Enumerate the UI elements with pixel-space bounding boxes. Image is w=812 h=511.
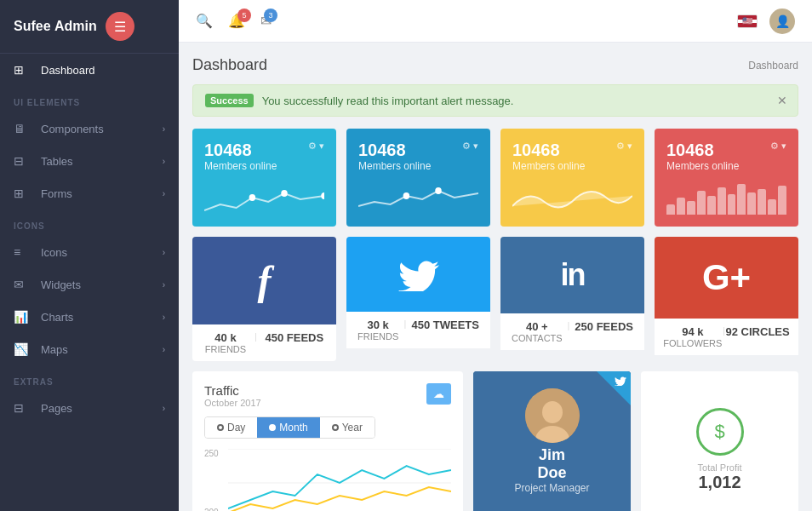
traffic-chart <box>228 449 451 511</box>
language-flag[interactable]: 🇺🇸 <box>737 14 758 28</box>
notification-badge: 5 <box>237 9 251 22</box>
sidebar-section-extras: EXTRAS <box>0 365 179 392</box>
twitter-icon-area <box>346 237 490 312</box>
sparkline-chart <box>358 181 478 215</box>
profile-name-line1: Jim <box>482 446 622 464</box>
profile-card: Jim Doe Project Manager <box>473 371 631 511</box>
sidebar-item-maps[interactable]: 📉 Maps › <box>0 333 179 365</box>
li-contacts-label: CONTACTS <box>512 333 563 343</box>
twitter-card: 30 k FRIENDS | 450 TWEETS <box>346 237 490 361</box>
close-icon[interactable]: ✕ <box>777 94 787 107</box>
tw-friends-val: 30 k <box>357 319 398 331</box>
stat-number: 10468 <box>512 141 585 160</box>
sidebar-item-label: Icons <box>41 246 67 259</box>
charts-icon: 📊 <box>14 310 32 324</box>
facebook-stats: 40 k FRIENDS | 450 FEEDS <box>192 324 336 361</box>
svg-point-2 <box>321 192 324 199</box>
tab-month[interactable]: Month <box>257 417 319 438</box>
chart-y-axis: 250 200 <box>204 449 219 511</box>
sidebar-item-label: Maps <box>41 343 68 356</box>
sidebar-item-pages[interactable]: ⊟ Pages › <box>0 392 179 424</box>
notifications-icon[interactable]: 🔔 5 <box>228 13 245 29</box>
svg-point-4 <box>435 187 442 194</box>
linkedin-icon-area: in <box>500 237 644 313</box>
sidebar-item-forms[interactable]: ⊞ Forms › <box>0 177 179 210</box>
chevron-right-icon: › <box>163 124 165 134</box>
gp-circles-val: 92 CIRCLES <box>726 325 790 338</box>
sidebar-item-label: Pages <box>41 402 72 415</box>
content-area: Dashboard Dashboard Success You successf… <box>179 43 812 511</box>
traffic-header: Traffic October 2017 ☁ <box>204 383 451 408</box>
sidebar-item-widgets[interactable]: ✉ Widgets › <box>0 268 179 301</box>
stat-card-members-blue: 10468 Members online ⚙ ▾ <box>346 129 490 227</box>
message-badge: 3 <box>264 9 277 22</box>
googleplus-card: G+ 94 k FOLLOWERS | 92 CIRCLES <box>655 237 798 361</box>
bottom-row: Traffic October 2017 ☁ Day Month <box>192 371 798 511</box>
settings-icon[interactable]: ⚙ ▾ <box>308 141 324 152</box>
li-contacts-val: 40 + <box>512 320 563 333</box>
twitter-stats: 30 k FRIENDS | 450 TWEETS <box>346 312 490 348</box>
stat-number: 10468 <box>666 141 739 160</box>
breadcrumb: Dashboard <box>748 60 798 72</box>
chevron-right-icon: › <box>163 404 165 413</box>
linkedin-card: in 40 + CONTACTS | 250 FEEDS <box>500 237 644 361</box>
gp-followers-val: 94 k <box>663 325 722 338</box>
sidebar-section-ui: UI ELEMENTS <box>0 86 179 112</box>
cloud-button[interactable]: ☁ <box>426 383 451 405</box>
messages-icon[interactable]: ✉ 3 <box>260 13 272 29</box>
tab-year[interactable]: Year <box>320 417 375 438</box>
fb-feeds-val: 450 FEEDS <box>265 331 323 344</box>
fb-friends-label: FRIENDS <box>205 344 246 354</box>
fb-friends-val: 40 k <box>205 331 246 344</box>
traffic-subtitle: October 2017 <box>204 398 261 408</box>
chevron-right-icon: › <box>163 157 165 166</box>
profile-name-line2: Doe <box>482 464 622 482</box>
facebook-icon: f <box>258 257 272 304</box>
sidebar-item-label: Widgets <box>41 278 81 291</box>
search-icon[interactable]: 🔍 <box>196 13 213 29</box>
page-title: Dashboard <box>192 56 267 74</box>
tab-day[interactable]: Day <box>205 417 257 438</box>
sidebar-item-components[interactable]: 🖥 Components › <box>0 112 179 145</box>
linkedin-stats: 40 + CONTACTS | 250 FEEDS <box>500 313 644 350</box>
tw-tweets-val: 450 TWEETS <box>411 319 478 331</box>
sidebar-item-icons[interactable]: ≡ Icons › <box>0 236 179 268</box>
sidebar-item-tables[interactable]: ⊟ Tables › <box>0 145 179 177</box>
svg-point-3 <box>403 192 410 199</box>
li-feeds-val: 250 FEEDS <box>575 320 633 333</box>
profit-circle: $ <box>696 408 744 456</box>
components-icon: 🖥 <box>14 122 32 135</box>
alert-text: You successfully read this important ale… <box>262 95 514 107</box>
stat-label: Members online <box>204 160 277 172</box>
traffic-title: Traffic <box>204 383 261 398</box>
pages-icon: ⊟ <box>14 401 32 415</box>
widgets-icon: ✉ <box>14 278 32 291</box>
profit-card: $ Total Profit 1,012 <box>641 371 798 511</box>
y-label-top: 250 <box>204 449 219 458</box>
svg-point-0 <box>249 194 256 201</box>
stat-label: Members online <box>666 160 739 172</box>
settings-icon[interactable]: ⚙ ▾ <box>616 141 632 152</box>
settings-icon[interactable]: ⚙ ▾ <box>462 141 478 152</box>
bar-chart <box>666 181 786 215</box>
sidebar-logo-icon: ☰ <box>106 12 134 41</box>
chevron-right-icon: › <box>163 280 165 290</box>
sidebar-item-dashboard[interactable]: ⊞ Dashboard <box>0 54 179 86</box>
profile-info: Jim Doe Project Manager <box>473 443 631 502</box>
main-area: 🔍 🔔 5 ✉ 3 🇺🇸 👤 Dashboard Dashboard Succe… <box>179 0 812 511</box>
sidebar-item-charts[interactable]: 📊 Charts › <box>0 301 179 333</box>
traffic-tabs: Day Month Year <box>204 416 375 439</box>
stat-number: 10468 <box>358 141 431 160</box>
y-label-mid: 200 <box>204 508 219 511</box>
chevron-right-icon: › <box>163 248 165 257</box>
sparkline-chart <box>204 181 324 215</box>
user-avatar[interactable]: 👤 <box>769 9 795 34</box>
topbar: 🔍 🔔 5 ✉ 3 🇺🇸 👤 <box>179 0 812 43</box>
tw-friends-label: FRIENDS <box>357 331 398 342</box>
sidebar-item-label: Tables <box>41 155 73 168</box>
sidebar-item-label: Forms <box>41 187 72 200</box>
svg-point-1 <box>281 190 288 197</box>
topbar-right: 🇺🇸 👤 <box>737 9 795 34</box>
settings-icon[interactable]: ⚙ ▾ <box>770 141 786 152</box>
wave-chart <box>512 181 632 215</box>
